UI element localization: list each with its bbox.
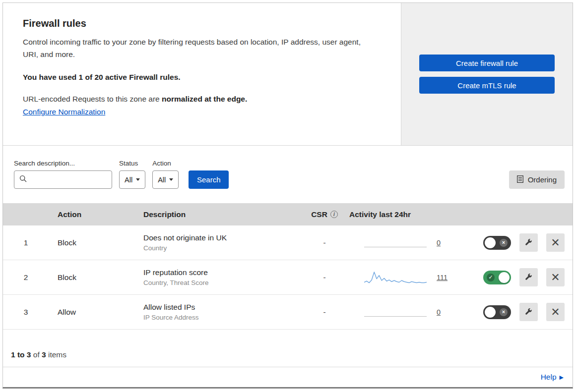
rule-description: Does not originate in UK [143,233,301,242]
action-select[interactable]: All [152,170,179,189]
rule-activity-cell: 111 [348,269,475,286]
table-row: 3 Allow Allow listed IPs IP Source Addre… [3,295,573,330]
action-label: Action [152,160,179,167]
header-description: Description [134,210,301,219]
rule-criteria: IP Source Address [143,314,301,321]
edit-rule-button[interactable] [519,268,538,286]
ordering-list-icon [517,175,523,184]
search-button[interactable]: Search [189,170,229,189]
pagination-total: 3 [42,350,46,359]
edit-rule-button[interactable] [519,303,538,321]
search-icon [19,175,27,184]
rule-enabled-toggle[interactable] [483,271,511,284]
page-title: Firewall rules [23,18,381,29]
intro-panel: Firewall rules Control incoming traffic … [3,3,401,145]
normalization-bold: normalized at the edge. [162,95,247,103]
search-group: Search description... [14,160,112,189]
page-description: Control incoming traffic to your zone by… [23,36,375,61]
wrench-icon [525,273,532,282]
toggle-knob [485,307,496,318]
rule-activity-cell: 0 [348,308,475,317]
activity-count-link[interactable]: 0 [437,239,444,247]
status-filter-group: Status All [119,160,145,189]
rule-priority: 3 [3,308,49,317]
table-row: 1 Block Does not originate in UK Country… [3,225,573,260]
pagination-range: 1 to 3 [11,350,31,359]
create-mtls-rule-button[interactable]: Create mTLS rule [419,77,555,94]
create-firewall-rule-button[interactable]: Create firewall rule [419,55,555,71]
header-activity: Activity last 24hr [348,210,475,219]
info-icon[interactable] [330,211,338,218]
firewall-rules-page: Firewall rules Control incoming traffic … [2,2,573,389]
search-input[interactable] [31,176,121,184]
activity-count-link[interactable]: 0 [437,308,444,316]
x-icon: ✕ [551,272,560,283]
status-select[interactable]: All [119,170,145,189]
status-value: All [125,176,132,184]
normalization-text: URL-encoded Requests to this zone are no… [23,95,381,104]
delete-rule-button[interactable]: ✕ [546,268,565,286]
help-bar: Help▶ [3,367,573,387]
arrow-right-icon: ▶ [560,374,564,381]
pagination: 1 to 3 of 3 items [3,330,573,367]
normalization-prefix: URL-encoded Requests to this zone are [23,95,162,103]
ordering-button-label: Ordering [528,175,557,184]
rule-csr-value: - [301,308,348,317]
header-csr-label: CSR [311,210,327,219]
rule-description: Allow listed IPs [143,303,301,312]
rule-description-cell: IP reputation score Country, Threat Scor… [134,268,301,286]
ordering-button[interactable]: Ordering [509,170,565,189]
rule-activity-cell: 0 [348,238,475,247]
toggle-x-icon [500,239,508,247]
toggle-x-icon [500,308,508,316]
search-box [14,170,112,189]
rule-priority: 1 [3,238,49,247]
rule-description-cell: Allow listed IPs IP Source Address [134,303,301,321]
toggle-check-icon [487,274,495,281]
delete-rule-button[interactable]: ✕ [546,303,565,321]
rule-action: Allow [49,308,134,317]
toggle-knob [499,272,510,283]
rule-enabled-toggle[interactable] [483,305,511,319]
edit-rule-button[interactable] [519,233,538,252]
header-action: Action [49,210,134,219]
usage-summary: You have used 1 of 20 active Firewall ru… [23,73,381,82]
chevron-down-icon [136,178,140,181]
x-icon: ✕ [551,307,560,318]
rule-priority: 2 [3,273,49,282]
filter-bar: Search description... Status All Action … [3,146,573,203]
rule-enabled-toggle[interactable] [483,236,511,250]
rule-action: Block [49,238,134,247]
activity-count-link[interactable]: 111 [437,274,448,281]
rule-controls: ✕ [475,268,573,286]
rule-description: IP reputation score [143,268,301,277]
action-filter-group: Action All [152,160,179,189]
activity-sparkline [364,269,427,286]
rule-criteria: Country, Threat Score [143,279,301,286]
chevron-down-icon [169,178,173,181]
rule-action: Block [49,273,134,282]
action-value: All [158,176,166,184]
rule-csr-value: - [301,238,348,247]
rule-criteria: Country [143,244,301,252]
rule-description-cell: Does not originate in UK Country [134,233,301,252]
search-label: Search description... [14,160,112,167]
table-header-row: Action Description CSR Activity last 24h… [3,203,573,225]
pagination-items: items [46,350,66,359]
wrench-icon [525,308,532,317]
activity-sparkline [364,308,427,317]
toggle-knob [485,237,496,248]
table-row: 2 Block IP reputation score Country, Thr… [3,260,573,295]
help-link[interactable]: Help▶ [541,373,564,382]
x-icon: ✕ [551,237,560,248]
delete-rule-button[interactable]: ✕ [546,233,565,252]
activity-sparkline [364,238,427,247]
status-label: Status [119,160,145,167]
configure-normalization-link[interactable]: Configure Normalization [23,108,105,116]
pagination-of: of [31,350,42,359]
rule-csr-value: - [301,273,348,282]
help-label: Help [541,373,557,382]
header-csr: CSR [301,210,348,219]
actions-panel: Create firewall rule Create mTLS rule [401,3,573,145]
rule-controls: ✕ [475,303,573,321]
